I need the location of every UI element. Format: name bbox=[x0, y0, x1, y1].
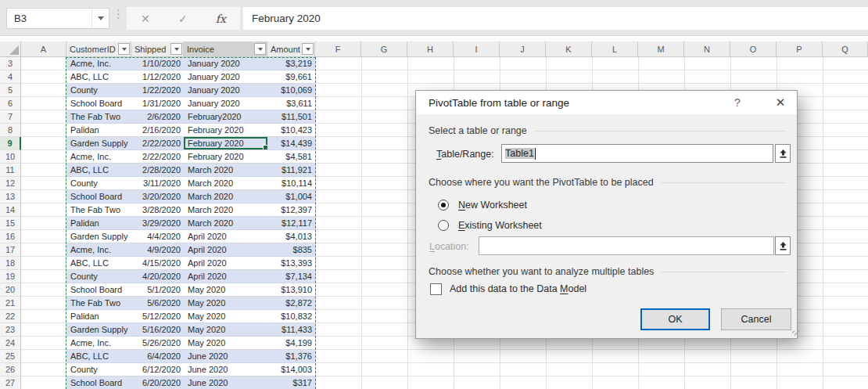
name-box-dropdown[interactable] bbox=[91, 9, 109, 28]
cell-amount[interactable]: $14,003 bbox=[267, 363, 315, 376]
cell-shipped[interactable]: 2/6/2020 bbox=[131, 110, 184, 124]
row-header-10[interactable]: 10 bbox=[0, 150, 21, 164]
cell-amount[interactable]: $4,199 bbox=[267, 337, 315, 350]
column-header-m[interactable]: M bbox=[638, 41, 684, 56]
row-header-27[interactable]: 27 bbox=[0, 376, 21, 389]
column-header-q[interactable]: Q bbox=[823, 41, 868, 56]
cell-invoice[interactable]: March 2020 bbox=[184, 204, 267, 217]
cell-invoice[interactable]: February 2020 bbox=[184, 150, 267, 164]
row-header-15[interactable]: 15 bbox=[0, 217, 21, 230]
cell-invoice[interactable]: January 2020 bbox=[184, 84, 267, 97]
cell-customer[interactable]: School Board bbox=[66, 190, 131, 204]
row-header-20[interactable]: 20 bbox=[0, 283, 21, 297]
cell-shipped[interactable]: 5/26/2020 bbox=[131, 337, 184, 350]
cell-shipped[interactable]: 1/31/2020 bbox=[131, 97, 184, 110]
cell-customer[interactable]: Palidan bbox=[66, 217, 131, 230]
cell-customer[interactable]: Acme, Inc. bbox=[66, 150, 131, 164]
cell-shipped[interactable]: 3/28/2020 bbox=[131, 204, 184, 217]
cell-amount[interactable]: $12,117 bbox=[267, 217, 315, 230]
cell-amount[interactable]: $3,219 bbox=[267, 57, 315, 70]
cell-invoice[interactable]: March 2020 bbox=[184, 177, 267, 190]
cell-customer[interactable]: Garden Supply bbox=[66, 137, 131, 150]
cell-shipped[interactable]: 6/4/2020 bbox=[131, 350, 184, 363]
cell-customer[interactable]: School Board bbox=[66, 283, 131, 297]
column-header-amount[interactable]: Amount bbox=[267, 41, 315, 56]
cell-customer[interactable]: County bbox=[66, 177, 131, 190]
column-header-f[interactable]: F bbox=[315, 41, 361, 56]
cell-amount[interactable]: $10,832 bbox=[267, 310, 315, 323]
cell-customer[interactable]: ABC, LLC bbox=[66, 257, 131, 270]
location-range-selector-button[interactable] bbox=[775, 236, 791, 255]
cell-customer[interactable]: ABC, LLC bbox=[66, 350, 131, 363]
column-header-g[interactable]: G bbox=[361, 41, 407, 56]
row-header-17[interactable]: 17 bbox=[0, 243, 21, 257]
cell-shipped[interactable]: 1/22/2020 bbox=[131, 84, 184, 97]
cell-amount[interactable]: $14,439 bbox=[267, 137, 315, 150]
radio-existing-worksheet-label[interactable]: Existing Worksheet bbox=[458, 220, 542, 231]
row-header-4[interactable]: 4 bbox=[0, 70, 21, 84]
cell-amount[interactable]: $1,004 bbox=[267, 190, 315, 204]
cell-invoice[interactable]: March 2020 bbox=[184, 164, 267, 177]
row-header-25[interactable]: 25 bbox=[0, 350, 21, 363]
cell-invoice[interactable]: February2020 bbox=[184, 110, 267, 124]
cell-shipped[interactable]: 2/28/2020 bbox=[131, 164, 184, 177]
cell-customer[interactable]: Acme, Inc. bbox=[66, 243, 131, 257]
cell-amount[interactable]: $4,581 bbox=[267, 150, 315, 164]
row-header-9[interactable]: 9 bbox=[0, 137, 21, 150]
row-header-26[interactable]: 26 bbox=[0, 363, 21, 376]
filter-button-shipped[interactable] bbox=[170, 43, 182, 55]
cell-amount[interactable]: $10,069 bbox=[267, 84, 315, 97]
cell-amount[interactable]: $9,661 bbox=[267, 70, 315, 84]
row-header-8[interactable]: 8 bbox=[0, 124, 21, 137]
cell-amount[interactable]: $11,921 bbox=[267, 164, 315, 177]
column-header-h[interactable]: H bbox=[407, 41, 454, 56]
row-header-7[interactable]: 7 bbox=[0, 110, 21, 124]
cell-invoice[interactable]: April 2020 bbox=[184, 270, 267, 283]
cell-invoice[interactable]: April 2020 bbox=[184, 243, 267, 257]
cell-amount[interactable]: $10,114 bbox=[267, 177, 315, 190]
cell-shipped[interactable]: 6/20/2020 bbox=[131, 376, 184, 389]
cell-amount[interactable]: $2,872 bbox=[267, 297, 315, 310]
data-model-checkbox[interactable] bbox=[430, 283, 442, 295]
cell-amount[interactable]: $835 bbox=[267, 243, 315, 257]
radio-new-worksheet-label[interactable]: New Worksheet bbox=[458, 200, 527, 211]
cell-customer[interactable]: County bbox=[66, 84, 131, 97]
cell-shipped[interactable]: 3/29/2020 bbox=[131, 217, 184, 230]
row-header-5[interactable]: 5 bbox=[0, 84, 21, 97]
cell-invoice[interactable]: May 2020 bbox=[184, 297, 267, 310]
cell-shipped[interactable]: 2/22/2020 bbox=[131, 150, 184, 164]
cell-customer[interactable]: School Board bbox=[66, 376, 131, 389]
cell-invoice[interactable]: May 2020 bbox=[184, 337, 267, 350]
row-header-13[interactable]: 13 bbox=[0, 190, 21, 204]
row-header-14[interactable]: 14 bbox=[0, 204, 21, 217]
cell-invoice[interactable]: June 2020 bbox=[184, 376, 267, 389]
cell-invoice[interactable]: January 2020 bbox=[184, 70, 267, 84]
cell-shipped[interactable]: 3/11/2020 bbox=[131, 177, 184, 190]
column-header-o[interactable]: O bbox=[730, 41, 777, 56]
column-header-i[interactable]: I bbox=[454, 41, 500, 56]
row-header-16[interactable]: 16 bbox=[0, 230, 21, 243]
cell-amount[interactable]: $7,134 bbox=[267, 270, 315, 283]
cell-amount[interactable]: $12,397 bbox=[267, 204, 315, 217]
row-header-18[interactable]: 18 bbox=[0, 257, 21, 270]
cell-shipped[interactable]: 5/1/2020 bbox=[131, 283, 184, 297]
cell-shipped[interactable]: 1/10/2020 bbox=[131, 57, 184, 70]
cell-amount[interactable]: $1,376 bbox=[267, 350, 315, 363]
cell-customer[interactable]: Acme, Inc. bbox=[66, 57, 131, 70]
row-header-12[interactable]: 12 bbox=[0, 177, 21, 190]
cell-amount[interactable]: $11,501 bbox=[267, 110, 315, 124]
radio-new-worksheet[interactable] bbox=[438, 200, 449, 211]
formula-bar-handle[interactable]: ⋮ bbox=[113, 9, 124, 18]
formula-input[interactable]: February 2020 bbox=[243, 7, 868, 30]
cell-invoice[interactable]: March 2020 bbox=[184, 190, 267, 204]
help-icon[interactable]: ? bbox=[725, 91, 750, 114]
cell-customer[interactable]: Palidan bbox=[66, 310, 131, 323]
radio-existing-worksheet[interactable] bbox=[438, 220, 449, 231]
cell-invoice[interactable]: March 2020 bbox=[184, 217, 267, 230]
cell-invoice[interactable]: May 2020 bbox=[184, 283, 267, 297]
cell-invoice[interactable]: January 2020 bbox=[184, 57, 267, 70]
table-range-input[interactable]: Table1 bbox=[501, 144, 773, 163]
cell-customer[interactable]: Acme, Inc. bbox=[66, 337, 131, 350]
row-header-24[interactable]: 24 bbox=[0, 337, 21, 350]
row-header-6[interactable]: 6 bbox=[0, 97, 21, 110]
